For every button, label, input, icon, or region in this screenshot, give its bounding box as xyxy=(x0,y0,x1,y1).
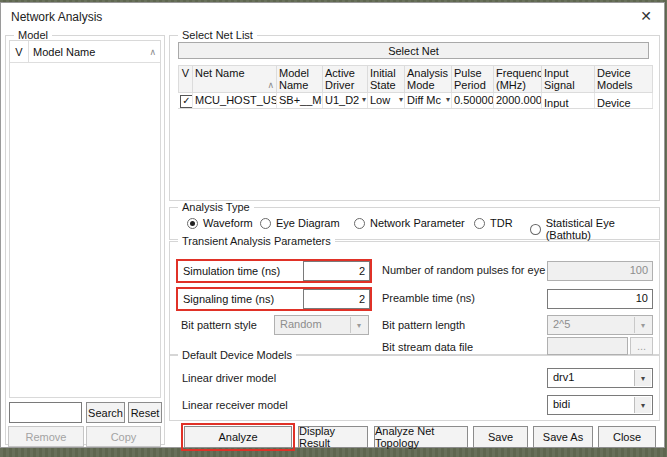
transient-group: Transient Analysis Parameters Simulation… xyxy=(169,241,660,355)
linear-driver-model-combo[interactable]: drv1 ▾ xyxy=(547,368,653,388)
model-list[interactable]: V Model Name ∧ xyxy=(9,40,161,398)
select-net-list-group: Select Net List Select Net V Net Name ∧ … xyxy=(169,35,660,201)
bit-pattern-style-label: Bit pattern style xyxy=(181,319,257,331)
sort-asc-icon: ∧ xyxy=(149,47,156,57)
close-button[interactable]: Close xyxy=(598,426,656,448)
radio-icon xyxy=(260,218,271,229)
row-initial-state-combo[interactable]: Low ▾ xyxy=(368,93,405,108)
network-analysis-dialog: Network Analysis ✕ Model V Model Name ∧ … xyxy=(0,2,665,448)
simulation-time-field: Simulation time (ns) 2 xyxy=(176,259,372,283)
row-analysis-mode-combo[interactable]: Diff Mc ▾ xyxy=(405,93,452,108)
col-pulse-period[interactable]: Pulse Period xyxy=(452,65,494,93)
bit-stream-file-label: Bit stream data file xyxy=(382,341,473,353)
radio-network-parameter[interactable]: Network Parameter xyxy=(354,217,465,229)
radio-tdr[interactable]: TDR xyxy=(474,217,513,229)
net-table: Select Net V Net Name ∧ Model Name Activ… xyxy=(175,40,654,196)
bit-pattern-length-label: Bit pattern length xyxy=(382,319,465,331)
net-table-header: V Net Name ∧ Model Name Active Driver Pi… xyxy=(178,65,653,93)
remove-button[interactable]: Remove xyxy=(8,426,84,447)
random-pulses-input[interactable]: 100 xyxy=(547,261,653,281)
analysis-type-label: Analysis Type xyxy=(178,201,254,213)
save-as-button[interactable]: Save As xyxy=(533,426,593,448)
col-v[interactable]: V xyxy=(178,65,193,93)
row-model-name: SB+__MC xyxy=(277,93,323,108)
close-icon[interactable]: ✕ xyxy=(640,8,652,24)
sort-asc-icon: ∧ xyxy=(267,79,274,91)
linear-receiver-model-combo[interactable]: bidi ▾ xyxy=(547,395,653,415)
signaling-time-input[interactable]: 2 xyxy=(303,289,370,309)
titlebar: Network Analysis ✕ xyxy=(1,3,664,31)
radio-icon xyxy=(530,224,541,235)
col-device-models[interactable]: Device Models xyxy=(595,65,653,93)
linear-driver-model-label: Linear driver model xyxy=(182,372,276,384)
analyze-button[interactable]: Analyze xyxy=(184,426,292,448)
row-checkbox-cell: ✓ xyxy=(178,93,193,108)
preamble-time-label: Preamble time (ns) xyxy=(382,292,475,304)
chevron-down-icon[interactable]: ▾ xyxy=(350,317,367,333)
radio-waveform[interactable]: Waveform xyxy=(187,217,253,229)
model-group: Model V Model Name ∧ Search Reset Remove… xyxy=(5,35,165,445)
signaling-time-field: Signaling time (ns) 2 xyxy=(176,287,372,311)
reset-button[interactable]: Reset xyxy=(128,402,162,423)
col-analysis-mode[interactable]: Analysis Mode xyxy=(405,65,452,93)
bit-pattern-style-combo[interactable]: Random ▾ xyxy=(274,315,369,335)
linear-receiver-model-label: Linear receiver model xyxy=(182,399,288,411)
radio-icon xyxy=(187,218,198,229)
chevron-down-icon[interactable]: ▾ xyxy=(634,317,651,333)
bit-pattern-length-combo[interactable]: 2^5 ▾ xyxy=(547,315,653,335)
radio-eye-diagram[interactable]: Eye Diagram xyxy=(260,217,340,229)
window-title: Network Analysis xyxy=(11,10,102,24)
col-model-name[interactable]: Model Name xyxy=(277,65,323,93)
row-checkbox[interactable]: ✓ xyxy=(180,95,193,108)
row-net-name: MCU_HOST_USB xyxy=(193,93,277,108)
radio-statistical-eye[interactable]: Statistical Eye (Bathtub) xyxy=(530,217,659,241)
col-net-name[interactable]: Net Name ∧ xyxy=(193,65,277,93)
random-pulses-label: Number of random pulses for eye xyxy=(382,264,545,276)
row-device-models: Device xyxy=(595,93,653,108)
analyze-net-topology-button[interactable]: Analyze Net Topology xyxy=(374,426,468,448)
model-col-v[interactable]: V xyxy=(10,41,29,62)
save-button[interactable]: Save xyxy=(473,426,528,448)
chevron-down-icon[interactable]: ▾ xyxy=(634,397,651,413)
model-search-input[interactable] xyxy=(9,402,82,423)
search-button[interactable]: Search xyxy=(86,402,125,423)
display-result-button[interactable]: Display Result xyxy=(298,426,368,448)
col-active-driver-pin[interactable]: Active Driver Pin xyxy=(323,65,368,93)
chevron-down-icon[interactable]: ▾ xyxy=(634,370,651,386)
browse-button[interactable]: ... xyxy=(630,337,653,355)
copy-button[interactable]: Copy xyxy=(86,426,161,447)
col-initial-state[interactable]: Initial State xyxy=(368,65,405,93)
bit-stream-file-input[interactable] xyxy=(547,337,628,355)
row-pulse-period: 0.50000 xyxy=(452,93,494,108)
radio-icon xyxy=(354,218,365,229)
simulation-time-input[interactable]: 2 xyxy=(303,261,370,281)
signaling-time-label: Signaling time (ns) xyxy=(178,289,303,309)
chevron-down-icon[interactable]: ▾ xyxy=(399,95,403,104)
radio-icon xyxy=(474,218,485,229)
row-input-signal: Input xyxy=(542,93,595,108)
simulation-time-label: Simulation time (ns) xyxy=(178,261,303,281)
row-frequency: 2000.0000 xyxy=(494,93,542,108)
model-col-name[interactable]: Model Name ∧ xyxy=(29,41,160,62)
row-active-driver-pin-combo[interactable]: U1_D2 ▾ xyxy=(323,93,368,108)
chevron-down-icon[interactable]: ▾ xyxy=(362,95,366,104)
net-table-row[interactable]: ✓ MCU_HOST_USB SB+__MC U1_D2 ▾ Low ▾ Dif… xyxy=(178,93,653,109)
model-list-header: V Model Name ∧ xyxy=(10,41,160,63)
transient-label: Transient Analysis Parameters xyxy=(178,235,335,247)
preamble-time-input[interactable]: 10 xyxy=(547,289,653,309)
default-device-models-group: Default Device Models Linear driver mode… xyxy=(169,355,660,421)
default-device-models-label: Default Device Models xyxy=(178,349,296,361)
col-input-signal[interactable]: Input Signal xyxy=(542,65,595,93)
col-frequency[interactable]: Frequency (MHz) xyxy=(494,65,542,93)
chevron-down-icon[interactable]: ▾ xyxy=(446,95,450,104)
select-net-header-button[interactable]: Select Net xyxy=(178,42,649,59)
